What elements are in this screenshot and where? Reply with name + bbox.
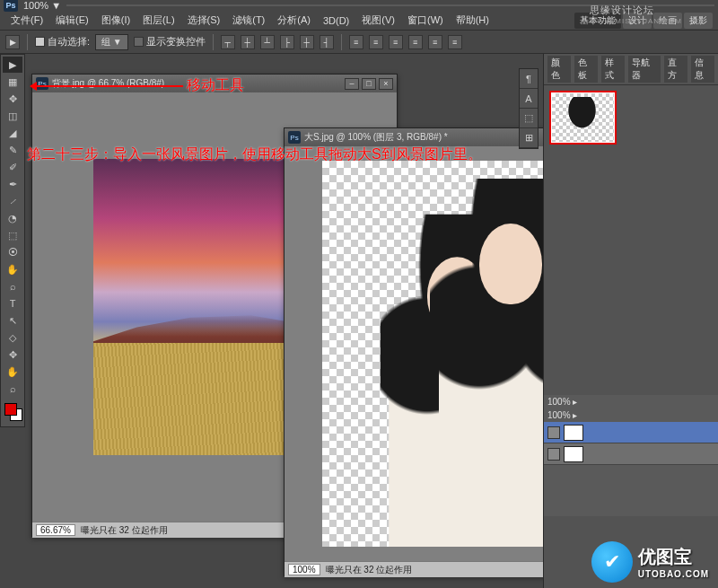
watermark-bot-sub: UTOBAO.COM bbox=[638, 569, 709, 579]
separator bbox=[27, 34, 28, 50]
close-button[interactable]: × bbox=[379, 78, 393, 90]
stamp-tool[interactable]: ✒ bbox=[3, 176, 22, 192]
annotation-2-text: 第二十三步：导入一张风景图片，使用移动工具拖动大S到风景图片里。 bbox=[27, 146, 482, 162]
distribute-left-icon[interactable]: ≡ bbox=[408, 35, 423, 49]
watermark-top: 思缘设计论坛 WWW.MISSYUAN.COM bbox=[590, 4, 682, 25]
annotation-step-23: 第二十三步：导入一张风景图片，使用移动工具拖动大S到风景图片里。 bbox=[27, 145, 655, 164]
ps-logo-icon: Ps bbox=[4, 0, 18, 12]
workspace-tab-photography[interactable]: 摄影 bbox=[684, 13, 713, 29]
align-middle-icon[interactable]: ┼ bbox=[241, 35, 255, 49]
menu-select[interactable]: 选择(S) bbox=[182, 12, 226, 29]
menu-image[interactable]: 图像(I) bbox=[96, 12, 136, 29]
eyedropper-tool[interactable]: ✎ bbox=[3, 142, 22, 158]
panel-tab-navigator[interactable]: 导航器 bbox=[628, 56, 660, 83]
layer-thumbnail[interactable] bbox=[564, 446, 583, 462]
doc-logo-icon: Ps bbox=[288, 131, 301, 144]
show-transform-label: 显示变换控件 bbox=[146, 35, 206, 48]
visibility-toggle-icon[interactable] bbox=[547, 426, 560, 439]
menu-window[interactable]: 窗口(W) bbox=[402, 12, 449, 29]
toolbox: ▶ ▦ ✥ ◫ ◢ ✎ ✐ ✒ ⟋ ◔ ⬚ ⦿ ✋ ⌕ T ↖ ◇ ✥ ✋ ⌕ bbox=[0, 54, 25, 427]
path-select-tool[interactable]: ↖ bbox=[3, 312, 22, 329]
fgcolor-swatch[interactable] bbox=[4, 403, 17, 416]
history-brush-tool[interactable]: ⟋ bbox=[3, 193, 22, 209]
doc1-status-text: 曝光只在 32 位起作用 bbox=[81, 524, 168, 537]
hand-tool[interactable]: ✋ bbox=[3, 364, 22, 380]
align-top-icon[interactable]: ┬ bbox=[221, 35, 235, 49]
panel-tab-color[interactable]: 颜色 bbox=[547, 56, 571, 83]
distribute-bottom-icon[interactable]: ≡ bbox=[389, 35, 403, 49]
panels-dock: 颜色 色板 样式 导航器 直方 信息 100% ▸ 100% ▸ bbox=[543, 54, 718, 588]
align-right-icon[interactable]: ┤ bbox=[320, 35, 334, 49]
minimize-button[interactable]: – bbox=[345, 78, 359, 90]
tool-preset-icon[interactable]: ▶ bbox=[5, 35, 20, 49]
shape-tool[interactable]: ◇ bbox=[3, 329, 22, 346]
watermark-top-sub: WWW.MISSYUAN.COM bbox=[590, 17, 682, 25]
distribute-right-icon[interactable]: ≡ bbox=[448, 35, 462, 49]
eraser-tool[interactable]: ◔ bbox=[3, 210, 22, 226]
watermark-top-main: 思缘设计论坛 bbox=[590, 4, 654, 15]
align-left-icon[interactable]: ├ bbox=[280, 35, 294, 49]
distribute-hcenter-icon[interactable]: ≡ bbox=[428, 35, 442, 49]
panel-tab-info[interactable]: 信息 bbox=[691, 56, 714, 83]
panel-tab-histogram[interactable]: 直方 bbox=[664, 56, 687, 83]
menu-layer[interactable]: 图层(L) bbox=[137, 12, 180, 29]
doc2-status-text: 曝光只在 32 位起作用 bbox=[326, 564, 413, 576]
blur-tool[interactable]: ⦿ bbox=[3, 244, 22, 260]
marquee-tool[interactable]: ▦ bbox=[3, 74, 22, 90]
layer-thumbnail[interactable] bbox=[564, 425, 583, 441]
layers-panel: 100% ▸ 100% ▸ bbox=[544, 395, 718, 516]
align-center-icon[interactable]: ┼ bbox=[300, 35, 314, 49]
opacity-value-2[interactable]: 100% ▸ bbox=[547, 410, 577, 420]
brush-tool[interactable]: ✐ bbox=[3, 159, 22, 175]
navigator-thumbnail[interactable] bbox=[549, 91, 617, 145]
auto-select-checkbox[interactable] bbox=[35, 37, 45, 47]
visibility-toggle-icon[interactable] bbox=[547, 448, 560, 461]
collapsed-panel-strip[interactable]: ¶ A ⬚ ⊞ bbox=[519, 68, 538, 149]
distribute-top-icon[interactable]: ≡ bbox=[349, 35, 363, 49]
bird-logo-icon: ✔ bbox=[591, 541, 633, 583]
menu-file[interactable]: 文件(F) bbox=[5, 12, 48, 29]
paragraph-panel-icon[interactable]: ¶ bbox=[520, 69, 538, 89]
zoom-tool[interactable]: ⌕ bbox=[3, 381, 22, 397]
quick-select-tool[interactable]: ◫ bbox=[3, 108, 22, 124]
menu-filter[interactable]: 滤镜(T) bbox=[227, 12, 270, 29]
crop-tool[interactable]: ◢ bbox=[3, 125, 22, 141]
app-zoom-dropdown[interactable]: 100% ▼ bbox=[23, 0, 61, 11]
gradient-tool[interactable]: ⬚ bbox=[3, 227, 22, 243]
annotation-move-tool: 移动工具 bbox=[31, 76, 244, 95]
lasso-tool[interactable]: ✥ bbox=[3, 91, 22, 107]
watermark-bot-main: 优图宝 bbox=[638, 547, 692, 566]
layer-row-selected[interactable] bbox=[544, 422, 718, 443]
opacity-value-1[interactable]: 100% ▸ bbox=[547, 397, 577, 407]
type-tool[interactable]: T bbox=[3, 295, 22, 312]
auto-select-label: 自动选择: bbox=[48, 35, 90, 48]
move-tool[interactable]: ▶ bbox=[3, 57, 22, 73]
menu-edit[interactable]: 编辑(E) bbox=[50, 12, 94, 29]
panel-icon-3[interactable]: ⬚ bbox=[520, 109, 538, 128]
panel-tab-swatches[interactable]: 色板 bbox=[574, 56, 598, 83]
auto-select-target-dropdown[interactable]: 组 ▼ bbox=[95, 34, 128, 50]
options-bar: ▶ 自动选择: 组 ▼ 显示变换控件 ┬ ┼ ┴ ├ ┼ ┤ ≡ ≡ ≡ ≡ ≡… bbox=[0, 31, 718, 54]
dodge-tool[interactable]: ✋ bbox=[3, 261, 22, 277]
color-swatches[interactable] bbox=[3, 401, 22, 425]
menu-3d[interactable]: 3D(D) bbox=[318, 13, 355, 28]
doc2-title: 大S.jpg @ 100% (图层 3, RGB/8#) * bbox=[304, 131, 448, 144]
menu-analyze[interactable]: 分析(A) bbox=[272, 12, 316, 29]
doc2-zoom-field[interactable]: 100% bbox=[288, 564, 320, 575]
3d-tool[interactable]: ✥ bbox=[3, 347, 22, 363]
align-bottom-icon[interactable]: ┴ bbox=[260, 35, 275, 49]
watermark-bottom: ✔ 优图宝 UTOBAO.COM bbox=[591, 541, 709, 583]
separator bbox=[341, 34, 342, 50]
annotation-arrow-icon bbox=[31, 85, 183, 87]
layer-row[interactable] bbox=[544, 443, 718, 465]
panel-tab-styles[interactable]: 样式 bbox=[601, 56, 625, 83]
character-panel-icon[interactable]: A bbox=[520, 89, 538, 109]
show-transform-checkbox[interactable] bbox=[134, 37, 144, 47]
maximize-button[interactable]: □ bbox=[362, 78, 376, 90]
menu-view[interactable]: 视图(V) bbox=[356, 12, 400, 29]
pen-tool[interactable]: ⌕ bbox=[3, 278, 22, 294]
distribute-vcenter-icon[interactable]: ≡ bbox=[369, 35, 383, 49]
menu-help[interactable]: 帮助(H) bbox=[451, 12, 495, 29]
doc1-zoom-field[interactable]: 66.67% bbox=[36, 524, 75, 536]
annotation-1-text: 移动工具 bbox=[187, 76, 244, 95]
